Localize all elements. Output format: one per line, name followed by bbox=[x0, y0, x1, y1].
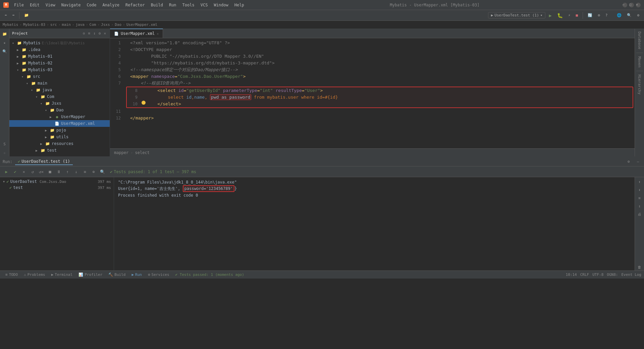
search-everywhere-btn[interactable]: 🔍 bbox=[625, 12, 634, 18]
breadcrumb-dao[interactable]: Dao bbox=[115, 22, 121, 27]
run-action-4[interactable]: ↕ bbox=[636, 203, 643, 209]
menu-navigate[interactable]: Navigate bbox=[59, 2, 84, 8]
translate-button[interactable]: 🌐 bbox=[615, 12, 624, 18]
status-tab-profiler[interactable]: 📊 Profiler bbox=[76, 272, 105, 278]
run-tab-userdaotest[interactable]: ✔ UserDaoTest.test (1) bbox=[15, 158, 73, 165]
sidebar-icon-fav[interactable]: ☆ bbox=[1, 149, 8, 156]
status-time[interactable]: 10:14 bbox=[566, 272, 577, 277]
run-filter-fail-btn[interactable]: ✕ bbox=[20, 168, 28, 176]
help-button[interactable]: ? bbox=[603, 12, 610, 18]
run-action-clear[interactable]: 🗑 bbox=[636, 264, 643, 270]
run-coverage-btn[interactable]: ⚡ bbox=[566, 12, 573, 18]
run-tree-test[interactable]: ✔ test 397 ms bbox=[0, 185, 114, 191]
maximize-button[interactable]: □ bbox=[629, 3, 634, 7]
menu-view[interactable]: View bbox=[43, 2, 58, 8]
tree-mybatis03[interactable]: ▾ 📁 Mybatis-03 bbox=[9, 66, 110, 73]
breadcrumb-mybatis03[interactable]: Mybatis-03 bbox=[23, 22, 45, 27]
tree-resources[interactable]: ▶ 📁 resources bbox=[9, 140, 110, 147]
run-filter-pass-btn[interactable]: ✔ bbox=[11, 168, 19, 176]
run-panel-minimize-btn[interactable]: – bbox=[635, 158, 641, 165]
breadcrumb-jsxs[interactable]: Jsxs bbox=[101, 22, 110, 27]
tree-src[interactable]: ▾ 📁 src bbox=[9, 73, 110, 80]
run-pause-btn[interactable]: ⏸ bbox=[55, 168, 62, 176]
panel-locate-btn[interactable]: ⊙ bbox=[82, 31, 86, 36]
editor-breadcrumb-select[interactable]: select bbox=[135, 150, 150, 155]
menu-build[interactable]: Build bbox=[148, 2, 166, 8]
tree-root[interactable]: ▾ 📁 Mybatis E:\Ideal项目\Mybatis bbox=[9, 40, 110, 46]
close-button[interactable]: ✕ bbox=[636, 3, 641, 7]
toolbar-settings-btn[interactable]: ⚙ bbox=[596, 12, 602, 18]
sidebar-maven-label[interactable]: Maven bbox=[637, 55, 642, 69]
breadcrumb-main[interactable]: main bbox=[62, 22, 71, 27]
run-action-1[interactable]: ⬆ bbox=[636, 179, 643, 185]
breadcrumb-com[interactable]: Com bbox=[90, 22, 96, 27]
minimize-button[interactable]: – bbox=[623, 3, 627, 7]
status-tab-services[interactable]: ⚙ Services bbox=[145, 272, 172, 278]
tree-usermapper-xml[interactable]: ▶ 📄 UserMapper.xml bbox=[9, 120, 110, 127]
panel-sort-btn[interactable]: ↕ bbox=[92, 31, 97, 36]
tree-mybatis02[interactable]: ▶ 📁 Mybatis-02 bbox=[9, 60, 110, 66]
menu-file[interactable]: File bbox=[11, 2, 26, 8]
run-again-btn[interactable]: ▶ bbox=[3, 168, 10, 176]
tree-utils[interactable]: ▶ 📁 utils bbox=[9, 134, 110, 140]
run-expand-btn[interactable]: ⊕ bbox=[90, 168, 97, 176]
run-panel-settings-btn[interactable]: ⚙ bbox=[625, 158, 632, 165]
sidebar-icon-2[interactable]: ★ bbox=[1, 39, 8, 46]
sidebar-icon-3[interactable]: 🔍 bbox=[1, 48, 8, 55]
breadcrumb-src[interactable]: src bbox=[50, 22, 57, 27]
menu-refactor[interactable]: Refactor bbox=[123, 2, 148, 8]
stop-button[interactable]: ■ bbox=[574, 12, 580, 18]
status-tab-build[interactable]: 🔨 Build bbox=[106, 272, 128, 278]
breadcrumb-java[interactable]: java bbox=[75, 22, 85, 27]
menu-tools[interactable]: Tools bbox=[180, 2, 197, 8]
tree-idea[interactable]: ▶ 📁 .idea bbox=[9, 46, 110, 53]
run-config-selector[interactable]: ▶ UserDaoTest.test (1) ▾ bbox=[488, 12, 546, 18]
sidebar-icon-1[interactable]: 📁 bbox=[1, 30, 8, 38]
run-button[interactable]: ▶ bbox=[547, 12, 553, 19]
tree-jsxs[interactable]: ▾ 📁 Jsxs bbox=[9, 100, 110, 107]
tree-dao[interactable]: ▾ 📁 Dao bbox=[9, 107, 110, 113]
run-rerun-fail-btn[interactable]: ↺✕ bbox=[38, 168, 45, 176]
toolbar-sync-btn[interactable]: 🔄 bbox=[586, 12, 594, 18]
menu-edit[interactable]: Edit bbox=[27, 2, 42, 8]
run-prev-btn[interactable]: ↑ bbox=[64, 168, 71, 176]
tree-mybatis01[interactable]: ▶ 📁 Mybatis-01 bbox=[9, 53, 110, 60]
menu-vcs[interactable]: VCS bbox=[198, 2, 211, 8]
menu-run[interactable]: Run bbox=[166, 2, 179, 8]
menu-analyze[interactable]: Analyze bbox=[100, 2, 122, 8]
run-next-btn[interactable]: ↓ bbox=[72, 168, 80, 176]
run-sort-btn[interactable]: ≡ bbox=[81, 168, 89, 176]
debug-button[interactable]: 🐛 bbox=[555, 12, 565, 19]
menu-window[interactable]: Window bbox=[211, 2, 231, 8]
toolbar-back-btn[interactable]: ⬅ bbox=[3, 12, 9, 18]
tree-pojo[interactable]: ▶ 📁 pojo bbox=[9, 127, 110, 134]
breadcrumb-file[interactable]: UserMapper.xml bbox=[126, 22, 158, 27]
tree-com[interactable]: ▾ 📁 Com bbox=[9, 93, 110, 100]
status-tab-run[interactable]: ▶ Run bbox=[129, 272, 145, 278]
status-tab-terminal[interactable]: ▶ Terminal bbox=[49, 272, 75, 278]
menu-help[interactable]: Help bbox=[232, 2, 247, 8]
tree-main[interactable]: ▾ 📁 main bbox=[9, 80, 110, 87]
editor-tab-usermapperxml[interactable]: 📄 UserMapper.xml ✕ bbox=[110, 29, 163, 38]
panel-settings-btn[interactable]: ⚙ bbox=[98, 31, 102, 36]
toolbar-project-btn[interactable]: 📁 bbox=[22, 12, 31, 18]
run-action-3[interactable]: ≡ bbox=[636, 195, 643, 201]
breadcrumb-mybatis[interactable]: Mybatis bbox=[3, 22, 18, 27]
ide-settings-btn[interactable]: ⚙ bbox=[635, 12, 641, 18]
menu-code[interactable]: Code bbox=[84, 2, 99, 8]
panel-close-btn[interactable]: ✕ bbox=[103, 31, 107, 36]
sidebar-hierarchy-label[interactable]: Hierarchy bbox=[637, 73, 642, 96]
sidebar-database-label[interactable]: Database bbox=[637, 30, 642, 51]
tree-java[interactable]: ▾ 📁 java bbox=[9, 87, 110, 93]
run-filter-btn[interactable]: 🔍 bbox=[99, 168, 106, 176]
run-tree-userdaotest[interactable]: ▾ ✔ UserDaoTest Com.Jsxs.Dao 397 ms bbox=[0, 179, 114, 185]
status-event-log[interactable]: Event Log bbox=[621, 272, 641, 277]
panel-collapse-btn[interactable]: ≡ bbox=[87, 31, 92, 36]
run-stop-btn[interactable]: ■ bbox=[46, 168, 54, 176]
tab-close-btn[interactable]: ✕ bbox=[157, 32, 159, 36]
run-rerun-btn[interactable]: ↺ bbox=[29, 168, 36, 176]
status-tab-problems[interactable]: ⚠ Problems bbox=[21, 272, 48, 278]
status-crlf[interactable]: CRLF bbox=[580, 272, 589, 277]
toolbar-forward-btn[interactable]: ➡ bbox=[10, 12, 17, 18]
run-action-5[interactable]: 🖨 bbox=[636, 211, 643, 217]
